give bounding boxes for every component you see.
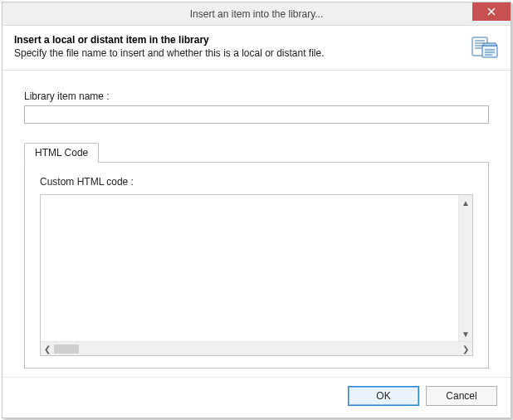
library-item-name-label: Library item name :: [24, 90, 489, 102]
code-body: ▲ ▼: [41, 195, 472, 341]
scroll-right-icon[interactable]: ❯: [461, 344, 471, 354]
button-row: OK Cancel: [2, 377, 511, 418]
code-area-wrap: ▲ ▼ ❮ ❯: [40, 194, 473, 356]
vertical-scrollbar[interactable]: ▲ ▼: [458, 195, 472, 341]
svg-rect-7: [482, 46, 497, 57]
library-document-icon: [471, 34, 499, 63]
window-title: Insert an item into the library...: [2, 8, 511, 20]
dialog-window: Insert an item into the library... Inser…: [2, 2, 511, 418]
library-item-name-input[interactable]: [24, 105, 489, 124]
header-subtext: Specify the file name to insert and whet…: [14, 47, 325, 59]
tab-html-code[interactable]: HTML Code: [24, 143, 99, 163]
tab-container: HTML Code Custom HTML code : ▲ ▼: [24, 142, 489, 369]
svg-marker-8: [482, 43, 497, 46]
header-panel: Insert a local or distant item in the li…: [2, 26, 511, 71]
titlebar: Insert an item into the library...: [2, 2, 511, 26]
scroll-down-icon[interactable]: ▼: [461, 329, 471, 339]
custom-html-code-input[interactable]: [41, 195, 458, 341]
cancel-button[interactable]: Cancel: [426, 386, 497, 406]
close-icon: [487, 7, 496, 16]
header-heading: Insert a local or distant item in the li…: [14, 34, 325, 46]
close-button[interactable]: [472, 2, 511, 21]
tab-strip: HTML Code: [24, 143, 489, 163]
tab-content-html-code: Custom HTML code : ▲ ▼ ❮: [24, 162, 489, 369]
scroll-up-icon[interactable]: ▲: [461, 198, 471, 208]
ok-button[interactable]: OK: [348, 386, 419, 406]
hscroll-thumb[interactable]: [54, 344, 79, 354]
code-area: ▲ ▼ ❮ ❯: [40, 194, 473, 356]
custom-html-code-label: Custom HTML code :: [40, 176, 473, 188]
scroll-left-icon[interactable]: ❮: [42, 344, 52, 354]
horizontal-scrollbar[interactable]: ❮ ❯: [41, 341, 472, 355]
body-panel: Library item name : HTML Code Custom HTM…: [2, 71, 511, 377]
header-text: Insert a local or distant item in the li…: [14, 34, 325, 59]
